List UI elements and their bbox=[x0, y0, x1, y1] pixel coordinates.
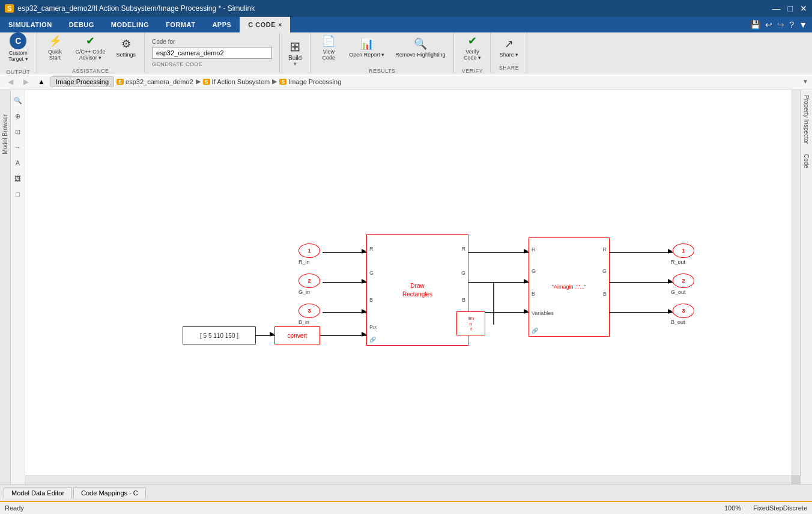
remove-highlighting-label: Remove Highlighting bbox=[395, 52, 445, 58]
draw-rect-label: DrawRectangles bbox=[402, 282, 432, 299]
port-out2-label: 2 bbox=[682, 278, 685, 284]
menu-modeling[interactable]: MODELING bbox=[103, 17, 157, 32]
main-content: Model Browser 🔍 ⊕ ⊡ → A 🖼 □ bbox=[0, 90, 812, 484]
help-icon[interactable]: ? bbox=[789, 20, 794, 29]
draw-rect-B-in: B bbox=[369, 297, 373, 303]
zoom-out-tool[interactable]: ⊡ bbox=[13, 126, 23, 137]
toolbar-results-section: 📄 ViewCode 📊 Open Report ▾ 🔍 Remove High… bbox=[311, 32, 454, 73]
port-out3[interactable]: 3 bbox=[673, 304, 694, 318]
tab-ccode[interactable]: C CODE × bbox=[240, 17, 290, 32]
menu-debug[interactable]: DEBUG bbox=[61, 17, 103, 32]
titlebar: S esp32_camera_demo2/If Action Subsystem… bbox=[0, 0, 812, 17]
forward-button[interactable]: ▶ bbox=[19, 75, 32, 88]
port-in2[interactable]: 2 bbox=[298, 274, 320, 288]
svg-marker-20 bbox=[524, 249, 529, 254]
breadcrumb-sep-1: ▶ bbox=[196, 78, 201, 85]
svg-marker-19 bbox=[362, 332, 366, 337]
toolbar-verify-section: ✔ VerifyCode ▾ VERIFY bbox=[454, 32, 491, 73]
close-button[interactable]: ✕ bbox=[800, 4, 807, 13]
search-tool[interactable]: 🔍 bbox=[13, 95, 23, 106]
draw-rect-link-icon: 🔗 bbox=[369, 337, 376, 343]
output-label: OUTPUT bbox=[6, 69, 30, 75]
menu-format[interactable]: FORMAT bbox=[157, 17, 204, 32]
save-icon[interactable]: 💾 bbox=[750, 20, 760, 29]
model-browser-label[interactable]: Model Browser bbox=[2, 114, 8, 155]
port-out1[interactable]: 1 bbox=[673, 243, 694, 258]
verify-code-button[interactable]: ✔ VerifyCode ▾ bbox=[459, 31, 485, 63]
breadcrumb-dropdown[interactable]: ▼ bbox=[802, 78, 808, 85]
port-out2[interactable]: 2 bbox=[673, 274, 694, 288]
svg-marker-24 bbox=[668, 279, 673, 284]
breadcrumb-subsystem-label[interactable]: If Action Subsystem bbox=[212, 78, 270, 85]
tab-ccode-label: C CODE bbox=[248, 21, 276, 28]
titlebar-left: S esp32_camera_demo2/If Action Subsystem… bbox=[5, 4, 255, 13]
maximize-button[interactable]: □ bbox=[788, 4, 793, 13]
canvas-area[interactable]: 1 R_in 2 G_in 3 B_in [ 5 5 110 150 ] con… bbox=[25, 90, 800, 484]
custom-target-button[interactable]: C CustomTarget ▾ bbox=[5, 30, 32, 64]
cpp-advisor-button[interactable]: ✔ C/C++ CodeAdvisor ▾ bbox=[72, 31, 109, 63]
port-out3-text: B_out bbox=[671, 319, 685, 325]
arrow-tool[interactable]: → bbox=[13, 142, 23, 153]
breadcrumb-current-label[interactable]: Image Processing bbox=[288, 78, 341, 85]
minimize-button[interactable]: — bbox=[772, 4, 781, 13]
code-for-input[interactable] bbox=[152, 47, 272, 59]
menu-expand-icon[interactable]: ▼ bbox=[799, 20, 807, 29]
toolbar-share-section: ↗ Share ▾ SHARE bbox=[491, 32, 527, 73]
custom-target-label: CustomTarget ▾ bbox=[8, 50, 28, 62]
port-in1[interactable]: 1 bbox=[298, 243, 320, 258]
redo-icon[interactable]: ↪ bbox=[777, 20, 784, 29]
port-in3-text: B_in bbox=[298, 319, 309, 325]
constant-block-label: [ 5 5 110 150 ] bbox=[200, 332, 238, 339]
breadcrumb-root[interactable]: S esp32_camera_demo2 bbox=[117, 78, 193, 85]
breadcrumb-sep-2: ▶ bbox=[272, 78, 277, 85]
draw-rect-G-out: G bbox=[461, 270, 465, 276]
remove-highlighting-button[interactable]: 🔍 Remove Highlighting bbox=[392, 34, 449, 60]
constant-block[interactable]: [ 5 5 110 150 ] bbox=[183, 326, 256, 344]
aimagin-block[interactable]: "Aimagin .'.'..." R G B Variables R G B … bbox=[529, 237, 610, 337]
quick-start-button[interactable]: ⚡ QuickStart bbox=[42, 31, 68, 63]
model-data-editor-tab[interactable]: Model Data Editor bbox=[4, 487, 72, 498]
view-code-button[interactable]: 📄 ViewCode bbox=[315, 31, 342, 63]
open-report-icon: 📊 bbox=[360, 37, 374, 51]
settings-button[interactable]: ⚙ Settings bbox=[113, 34, 140, 60]
quick-start-label: QuickStart bbox=[48, 49, 62, 61]
svg-marker-16 bbox=[362, 279, 366, 284]
text-tool[interactable]: A bbox=[13, 158, 23, 168]
back-button[interactable]: ◀ bbox=[4, 75, 17, 88]
zoom-in-tool[interactable]: ⊕ bbox=[13, 111, 23, 121]
assistance-buttons: ⚡ QuickStart ✔ C/C++ CodeAdvisor ▾ ⚙ Set… bbox=[42, 31, 140, 63]
undo-icon[interactable]: ↩ bbox=[765, 20, 772, 29]
bottom-tabs: Model Data Editor Code Mappings - C bbox=[0, 484, 812, 501]
image-tool[interactable]: 🖼 bbox=[13, 173, 23, 184]
tab-close-icon[interactable]: × bbox=[278, 22, 282, 28]
scroll-corner bbox=[792, 476, 800, 484]
convert-block[interactable]: convert bbox=[274, 326, 320, 344]
breadcrumb-root-label[interactable]: esp32_camera_demo2 bbox=[126, 78, 193, 85]
code-panel-label[interactable]: Code bbox=[802, 149, 811, 173]
aimagin-variables-in: Variables bbox=[532, 310, 554, 316]
draw-rectangles-block[interactable]: DrawRectangles R G B Pix R G B 🔗 bbox=[366, 234, 468, 346]
lim-block[interactable]: limnf bbox=[456, 311, 485, 335]
menu-apps[interactable]: APPS bbox=[204, 17, 240, 32]
breadcrumb-current[interactable]: S Image Processing bbox=[279, 78, 341, 85]
breadcrumb-subsystem[interactable]: S If Action Subsystem bbox=[203, 78, 270, 85]
port-in2-text: G_in bbox=[298, 289, 310, 295]
port-in1-text: R_in bbox=[298, 259, 310, 265]
horizontal-scrollbar[interactable] bbox=[25, 476, 792, 484]
share-label-text: SHARE bbox=[499, 65, 520, 71]
open-report-button[interactable]: 📊 Open Report ▾ bbox=[345, 34, 388, 60]
window-title: esp32_camera_demo2/If Action Subsystem/I… bbox=[17, 4, 255, 13]
box-tool[interactable]: □ bbox=[13, 189, 23, 200]
up-button[interactable]: ▲ bbox=[35, 75, 48, 88]
code-mappings-tab[interactable]: Code Mappings - C bbox=[73, 487, 146, 498]
share-button[interactable]: ↗ Share ▾ bbox=[495, 34, 522, 60]
svg-marker-15 bbox=[362, 249, 366, 254]
property-inspector-label[interactable]: Property Inspector bbox=[802, 90, 811, 149]
current-subsystem-tab[interactable]: Image Processing bbox=[50, 76, 114, 87]
build-button[interactable]: ⊞ Build ▼ bbox=[280, 32, 311, 73]
build-icon: ⊞ bbox=[289, 39, 300, 55]
vertical-scrollbar[interactable] bbox=[792, 90, 800, 476]
svg-marker-21 bbox=[524, 279, 529, 284]
port-in3[interactable]: 3 bbox=[298, 304, 320, 318]
settings-icon: ⚙ bbox=[119, 37, 133, 51]
